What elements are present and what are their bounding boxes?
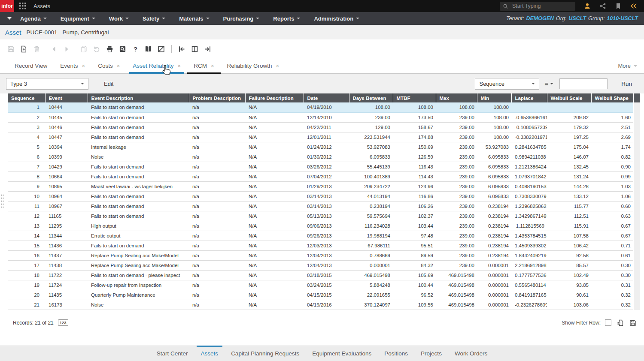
menu-item-purchasing[interactable]: Purchasing <box>223 15 260 22</box>
filter-value-input[interactable] <box>559 78 608 89</box>
help-button[interactable]: ? <box>131 45 140 53</box>
user-profile-icon[interactable] <box>580 3 595 9</box>
scrollbar-track[interactable] <box>634 102 640 310</box>
table-row[interactable]: 310446Fails to start on demandn/aN/A04/2… <box>8 122 633 132</box>
table-row[interactable]: 910895Maakt veel lawaai - ws lager bekij… <box>8 181 633 191</box>
column-header-mtbf[interactable]: MTBF <box>393 93 436 102</box>
tab-events[interactable]: Events× <box>57 58 88 73</box>
save-layout-icon[interactable] <box>629 319 636 326</box>
column-header-problem-description[interactable]: Problem Description <box>189 93 245 102</box>
app-launcher-grid-icon[interactable] <box>19 2 27 10</box>
table-row[interactable]: 1311295High outputn/aN/A09/06/2013116.23… <box>8 221 633 231</box>
menu-item-agenda[interactable]: Agenda <box>20 15 47 22</box>
column-header-failure-description[interactable]: Failure Description <box>245 93 304 102</box>
collapse-right-button[interactable] <box>203 45 212 53</box>
table-row[interactable]: 810664Fails to start on demandn/aN/A07/0… <box>8 171 633 181</box>
bookmark-icon[interactable] <box>611 3 626 9</box>
run-button[interactable]: Run <box>619 80 635 87</box>
global-search[interactable] <box>500 2 575 11</box>
export-grid-icon[interactable] <box>617 319 624 326</box>
table-row[interactable]: 1711438Replace Pump Sealing acc Make/Mod… <box>8 260 633 270</box>
column-header-weibull-scale[interactable]: Weibull Scale <box>547 93 591 102</box>
table-row[interactable]: 210445Fails to start on demandn/aN/A12/1… <box>8 112 633 122</box>
collapse-panel-icon[interactable] <box>626 3 641 9</box>
group-value[interactable]: 1010-USCLT <box>607 15 638 21</box>
column-header-max[interactable]: Max <box>436 93 477 102</box>
table-row[interactable]: 1110967Fails to start on demandn/aN/A03/… <box>8 201 633 211</box>
bottom-nav-item-positions[interactable]: Positions <box>380 346 412 361</box>
glossary-button[interactable] <box>144 45 152 53</box>
table-row[interactable]: 1511436Fails to start on demandn/aN/A12/… <box>8 241 633 250</box>
tab-rcm[interactable]: RCM× <box>190 58 217 73</box>
grid-scrollbar[interactable] <box>634 93 640 310</box>
tab-close-icon[interactable]: × <box>276 63 279 69</box>
tab-reliability-growth[interactable]: Reliability Growth× <box>224 58 283 73</box>
column-header-weibull-shape[interactable]: Weibull Shape <box>591 93 633 102</box>
table-row[interactable]: 2011435Quarterly Pump Maintenancen/aN/A0… <box>8 290 633 300</box>
cell-weibull-scale: 115.77 <box>547 201 591 211</box>
table-row[interactable]: 710429Fails to start on demandn/aN/A03/2… <box>8 162 633 171</box>
bottom-nav-item-equipment-evaluations[interactable]: Equipment Evaluations <box>308 346 376 361</box>
new-record-button[interactable] <box>19 45 28 53</box>
menu-item-materials[interactable]: Materials <box>179 15 209 22</box>
split-view-button[interactable] <box>190 45 199 53</box>
tab-record-view[interactable]: Record View <box>11 58 51 73</box>
edit-mode-button[interactable] <box>157 45 165 53</box>
tab-close-icon[interactable]: × <box>117 63 120 69</box>
menu-item-equipment[interactable]: Equipment <box>61 15 95 22</box>
search-input[interactable] <box>511 3 568 9</box>
table-row[interactable]: 110444Fails to start on demandn/aN/A04/1… <box>8 102 633 112</box>
table-row[interactable]: 1211165Fails to start on demandn/aN/A05/… <box>8 211 633 221</box>
bottom-nav-item-projects[interactable]: Projects <box>416 346 446 361</box>
collapse-left-button[interactable] <box>177 45 186 53</box>
table-row[interactable]: 1611437Replace Pump Sealing acc Make/Mod… <box>8 250 633 260</box>
bottom-nav-item-work-orders[interactable]: Work Orders <box>450 346 492 361</box>
menu-item-reports[interactable]: Reports <box>273 15 300 22</box>
record-numbering-badge[interactable]: 123 <box>58 319 68 326</box>
entity-name[interactable]: Asset <box>5 29 21 36</box>
bottom-nav-item-start-center[interactable]: Start Center <box>152 346 192 361</box>
table-row[interactable]: 1811722Fails to start on demand - please… <box>8 270 633 280</box>
table-row[interactable]: 410447Fails to start on demandn/aN/A12/0… <box>8 132 633 142</box>
bottom-nav-item-assets[interactable]: Assets <box>197 346 223 361</box>
edit-button[interactable]: Edit <box>101 80 116 87</box>
tenant-value[interactable]: DEMOGEN <box>526 15 554 21</box>
column-header-event[interactable]: Event <box>45 93 88 102</box>
menu-item-administration[interactable]: Administration <box>314 15 359 22</box>
more-tabs-button[interactable]: More <box>618 63 637 69</box>
cell-date: 04/19/2010 <box>304 102 349 112</box>
tab-close-icon[interactable]: × <box>211 63 214 69</box>
org-value[interactable]: USCLT <box>568 15 586 21</box>
print-button[interactable] <box>105 45 114 53</box>
show-filter-row-checkbox[interactable] <box>605 319 611 326</box>
share-icon[interactable] <box>595 3 611 9</box>
column-header-sequence[interactable]: Sequence <box>8 93 45 102</box>
filter-operator-select[interactable]: = <box>544 80 553 87</box>
table-row[interactable]: 610399Noisen/aN/A01/30/20126.095833126.5… <box>8 152 633 162</box>
glossary-icon <box>145 45 152 53</box>
filter-column-select[interactable]: Sequence <box>475 78 539 90</box>
table-row[interactable]: 1411344Erratic outputn/aN/A09/26/201319.… <box>8 231 633 241</box>
tab-costs[interactable]: Costs× <box>94 58 123 73</box>
column-header-event-description[interactable]: Event Description <box>88 93 189 102</box>
menu-item-work[interactable]: Work <box>109 15 129 22</box>
chevron-down-icon <box>356 18 359 19</box>
table-row[interactable]: 510394Internal leakagen/aN/A01/24/201253… <box>8 142 633 152</box>
tab-asset-reliability[interactable]: Asset Reliability× <box>129 58 184 73</box>
column-header-days-between[interactable]: Days Between <box>349 93 393 102</box>
bottom-nav-item-capital-planning-requests[interactable]: Capital Planning Requests <box>227 346 304 361</box>
print-preview-button[interactable] <box>118 45 127 53</box>
table-row[interactable]: 1010964Fails to start on demandn/aN/A03/… <box>8 191 633 201</box>
table-row[interactable]: 2116173Noisen/aN/A04/19/2016370.12409710… <box>8 300 633 310</box>
column-header-date[interactable]: Date <box>304 93 349 102</box>
splitter-drag-handle-icon[interactable] <box>0 194 4 209</box>
menu-caret-icon[interactable] <box>7 17 12 20</box>
cell-date: 04/15/2015 <box>304 290 349 300</box>
tab-close-icon[interactable]: × <box>178 63 181 69</box>
table-row[interactable]: 1911724Follow-up repair from Inspectionn… <box>8 280 633 290</box>
analysis-type-select[interactable]: Type 3 <box>6 78 88 90</box>
column-header-min[interactable]: Min <box>477 93 511 102</box>
tab-close-icon[interactable]: × <box>82 63 85 69</box>
menu-item-safety[interactable]: Safety <box>143 15 165 22</box>
column-header-laplace[interactable]: Laplace <box>511 93 547 102</box>
